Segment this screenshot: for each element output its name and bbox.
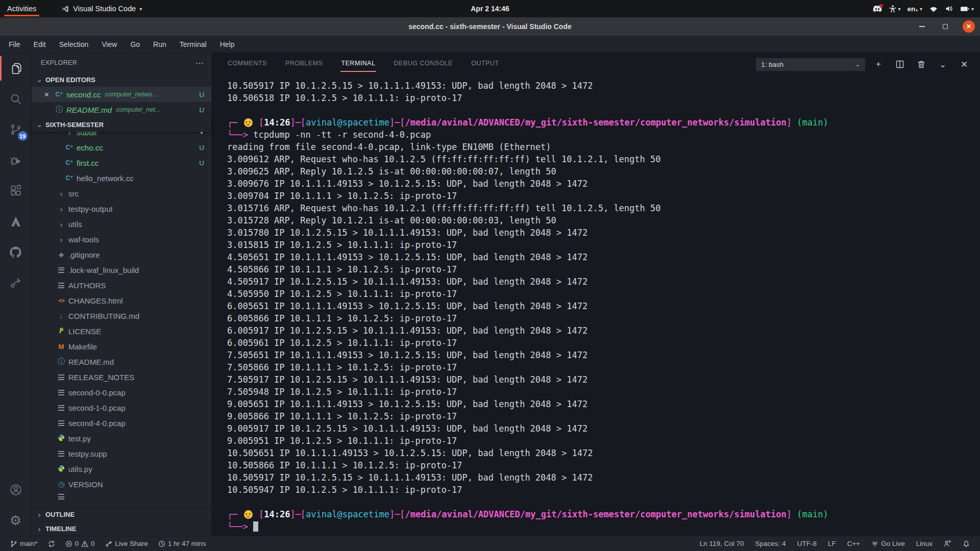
tree-item-testpy-output[interactable]: ›testpy-output [32,201,211,216]
accessibility-tray-icon[interactable]: ▾ [889,5,901,13]
terminal-picker-dropdown[interactable]: 1: bash ⌄ [755,58,866,71]
menu-selection[interactable]: Selection [53,36,95,53]
tree-item-Makefile[interactable]: MMakefile [32,339,211,354]
live-share-activity-button[interactable] [0,267,32,298]
discord-tray-icon[interactable] [873,5,882,13]
chevron-collapsed-icon: › [60,220,63,229]
menu-terminal[interactable]: Terminal [173,36,213,53]
file-icon-slot: C⁺ [64,159,75,166]
git-status-badge: U [199,106,207,114]
kill-terminal-button[interactable] [913,57,930,72]
os-indicator-label: Linux [916,540,933,547]
branch-indicator[interactable]: main* [7,540,41,547]
wifi-icon[interactable] [929,5,938,13]
volume-icon[interactable] [945,5,953,13]
cursor-position[interactable]: Ln 119, Col 70 [697,540,747,547]
search-activity-button[interactable] [0,84,32,114]
panel-tab-terminal[interactable]: TERMINAL [340,57,376,72]
open-editor-second.cc[interactable]: ✕C⁺second.cccomputer_netwo...U [32,87,211,102]
source-control-activity-button[interactable]: 19 [0,114,32,145]
text-file-icon [58,420,64,426]
menu-edit[interactable]: Edit [27,36,53,53]
prompt-time: 14:26 [264,117,290,128]
menu-run[interactable]: Run [146,36,173,53]
tree-item-utils[interactable]: ›utils [32,216,211,232]
menu-help[interactable]: Help [213,36,241,53]
language-mode[interactable]: C++ [844,540,864,547]
tree-item-echo.cc[interactable]: C⁺echo.ccU [32,140,211,155]
go-live-button[interactable]: Go Live [868,540,908,547]
coding-time-indicator[interactable]: 1 hr 47 mins [155,540,209,547]
explorer-activity-button[interactable] [0,53,32,84]
tree-item-README.md[interactable]: ⓘREADME.md [32,354,211,369]
panel-tab-output[interactable]: OUTPUT [471,57,499,72]
tree-item-.gitignore[interactable]: ◆.gitignore [32,247,211,262]
panel-tab-problems[interactable]: PROBLEMS [285,57,323,72]
tree-item-second-4-0.pcap[interactable]: second-4-0.pcap [32,415,211,431]
run-debug-activity-button[interactable] [0,145,32,176]
tree-item-VERSION[interactable]: ◷VERSION [32,477,211,492]
tree-item-waf-tools[interactable]: ›waf-tools [32,232,211,247]
close-editor-icon[interactable]: ✕ [44,91,55,98]
menu-go[interactable]: Go [124,36,146,53]
new-terminal-button[interactable]: + [870,57,887,72]
focused-app-menu[interactable]: Visual Studio Code ▾ [57,0,146,17]
open-editors-header[interactable]: ⌄ OPEN EDITORS [32,72,211,87]
panel-tab-debug-console[interactable]: DEBUG CONSOLE [394,57,454,72]
folder-section-header[interactable]: ⌄ SIXTH-SEMESTER [32,117,211,132]
minimize-button[interactable] [916,20,928,33]
tree-item-CHANGES.html[interactable]: <>CHANGES.html [32,293,211,308]
eol-indicator[interactable]: LF [825,540,839,547]
tree-item-partial[interactable] [32,492,211,501]
views-actions-icon[interactable]: ⋯ [195,58,204,68]
encoding-indicator[interactable]: UTF-8 [794,540,820,547]
problems-indicator[interactable]: 00 [62,540,98,547]
file-icon-slot [56,465,66,473]
feedback-button[interactable] [941,540,954,547]
keyboard-layout-indicator[interactable]: en₁ ▾ [908,5,922,13]
indentation-indicator[interactable]: Spaces: 4 [752,540,789,547]
tree-item-first.cc[interactable]: C⁺first.ccU [32,155,211,170]
bottom-panel: COMMENTSPROBLEMSTERMINALDEBUG CONSOLEOUT… [212,53,980,536]
github-activity-button[interactable] [0,237,32,267]
hide-panel-button[interactable]: ⌄ [934,57,951,72]
restore-button[interactable] [939,20,951,33]
split-terminal-button[interactable] [891,57,909,72]
tree-item-.lock-waf_linux_build[interactable]: .lock-waf_linux_build [32,262,211,278]
tree-item-src[interactable]: ›src [32,186,211,201]
atlassian-activity-button[interactable] [0,206,32,237]
tree-item-AUTHORS[interactable]: AUTHORS [32,278,211,293]
encoding-indicator-label: UTF-8 [797,540,817,547]
menu-view[interactable]: View [95,36,124,53]
activities-button[interactable]: Activities [0,0,43,17]
panel-tabs: COMMENTSPROBLEMSTERMINALDEBUG CONSOLEOUT… [227,57,500,72]
tree-item-CONTRIBUTING.md[interactable]: ↓CONTRIBUTING.md [32,308,211,323]
terminal-output[interactable]: 10.505917 IP 10.1.2.5.15 > 10.1.1.1.4915… [212,76,980,536]
open-editor-README.md[interactable]: ⓘREADME.mdcomputer_net...U [32,102,211,117]
os-indicator[interactable]: Linux [913,540,936,547]
extensions-activity-button[interactable] [0,176,32,206]
close-panel-button[interactable]: ✕ [955,57,973,72]
tree-item-utils.py[interactable]: utils.py [32,461,211,477]
accounts-button[interactable] [0,474,32,505]
pleading-face-emoji [244,118,253,127]
tree-item-testpy.supp[interactable]: testpy.supp [32,446,211,461]
tree-item-test.py[interactable]: test.py [32,431,211,446]
settings-button[interactable]: ⚙ [0,505,32,536]
tree-item-subdir[interactable]: ›subdir● [32,132,211,140]
outline-section-header[interactable]: › OUTLINE [32,507,211,521]
sync-button[interactable] [45,540,58,547]
notifications-bell[interactable] [960,540,973,547]
live-share-button[interactable]: Live Share [102,540,152,547]
tree-item-LICENSE[interactable]: LICENSE [32,323,211,339]
tree-item-hello_network.cc[interactable]: C⁺hello_network.cc [32,170,211,186]
tree-item-second-1-0.pcap[interactable]: second-1-0.pcap [32,400,211,415]
timeline-section-header[interactable]: › TIMELINE [32,521,211,536]
clock[interactable]: Apr 2 14:46 [471,0,509,17]
panel-tab-comments[interactable]: COMMENTS [227,57,267,72]
tree-item-RELEASE_NOTES[interactable]: RELEASE_NOTES [32,369,211,385]
tree-item-second-0-0.pcap[interactable]: second-0-0.pcap [32,385,211,400]
battery-icon[interactable]: ▾ [960,5,974,13]
close-button[interactable]: ✕ [963,20,975,33]
menu-file[interactable]: File [2,36,27,53]
